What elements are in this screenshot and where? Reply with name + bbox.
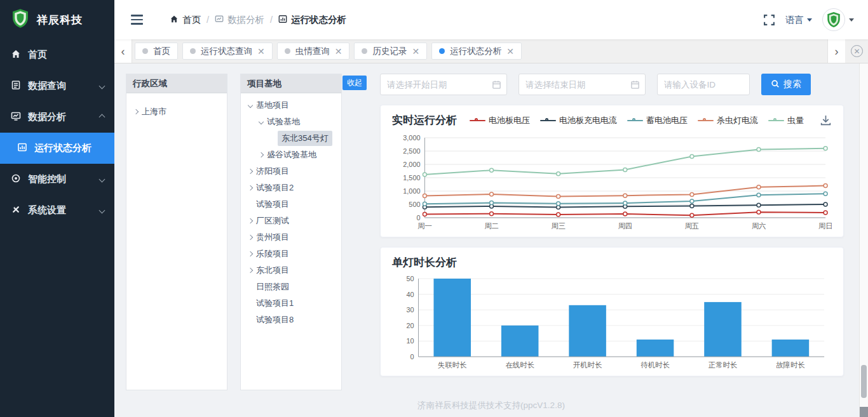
brand[interactable]: 祥辰科技 — [0, 0, 114, 39]
legend-marker-icon — [470, 117, 485, 124]
realtime-analysis-card: 实时运行分析 电池板电压电池板充电电流蓄电池电压杀虫灯电流虫量 05001,00… — [380, 105, 844, 237]
card-title: 实时运行分析 — [392, 113, 457, 128]
svg-text:500: 500 — [409, 201, 420, 208]
legend-item-蓄电池电压[interactable]: 蓄电池电压 — [627, 115, 688, 126]
tree-node-label: 东北项目 — [256, 265, 289, 276]
tab-close-icon[interactable]: ✕ — [506, 47, 514, 56]
tabs-close-all-icon[interactable]: ✕ — [851, 45, 863, 57]
svg-text:3,000: 3,000 — [403, 134, 420, 142]
tree-node-上海市[interactable]: 上海市 — [126, 103, 227, 120]
chevron-right-icon[interactable] — [248, 169, 253, 174]
tab-list: 首页运行状态查询✕虫情查询✕历史记录✕运行状态分析✕ — [135, 43, 522, 60]
legend-label: 电池板充电电流 — [559, 115, 617, 126]
sidebar-item-settings[interactable]: 系统设置 — [0, 195, 114, 226]
tree-node-盛谷试验基地[interactable]: 盛谷试验基地 — [241, 147, 341, 163]
sidebar-item-data-query[interactable]: 数据查询 — [0, 70, 114, 102]
chevron-right-icon[interactable] — [133, 109, 139, 114]
chevron-right-icon[interactable] — [248, 235, 253, 240]
footer-text: 济南祥辰科技提供技术支持(ppcV1.2.8) — [114, 394, 868, 417]
tree-node-试验项目8[interactable]: 试验项目8 — [241, 312, 341, 328]
breadcrumb-item-home[interactable]: 首页 — [170, 14, 201, 26]
tree-node-贵州项目[interactable]: 贵州项目 — [241, 229, 341, 246]
end-date-input[interactable] — [519, 74, 646, 95]
search-button[interactable]: 搜索 — [761, 74, 811, 95]
legend-item-电池板电压[interactable]: 电池板电压 — [470, 115, 530, 126]
card-title: 单灯时长分析 — [392, 255, 457, 270]
legend-item-电池板充电电流[interactable]: 电池板充电电流 — [540, 115, 617, 126]
chevron-up-icon — [99, 114, 105, 121]
sidebar-item-smart-control[interactable]: 智能控制 — [0, 164, 114, 195]
download-icon[interactable] — [820, 114, 832, 126]
start-date-input[interactable] — [380, 74, 507, 95]
project-tree: 基地项目试验基地东北354号灯盛谷试验基地济阳项目试验项目2试验项目厂区测试贵州… — [241, 93, 341, 332]
tab-运行状态查询[interactable]: 运行状态查询✕ — [182, 43, 273, 60]
tab-status-dot — [285, 48, 290, 54]
chevron-right-icon[interactable] — [259, 152, 264, 157]
sidebar-item-data-analysis[interactable]: 数据分析 — [0, 102, 114, 133]
chevron-down-icon[interactable] — [259, 119, 264, 124]
filter-bar: 搜索 — [380, 74, 844, 95]
tab-label: 运行状态分析 — [450, 46, 501, 57]
scrollbar-thumb[interactable] — [861, 365, 867, 398]
tree-node-乐陵项目[interactable]: 乐陵项目 — [241, 246, 341, 262]
tree-node-厂区测试[interactable]: 厂区测试 — [241, 213, 341, 229]
tree-node-基地项目[interactable]: 基地项目 — [241, 97, 341, 114]
sidebar-item-label: 首页 — [28, 49, 47, 61]
collapse-button[interactable]: 收起 — [342, 76, 367, 90]
tab-运行状态分析[interactable]: 运行状态分析✕ — [431, 43, 522, 60]
tree-node-试验项目1[interactable]: 试验项目1 — [241, 295, 341, 312]
brand-name: 祥辰科技 — [37, 13, 83, 27]
svg-text:故障时长: 故障时长 — [776, 361, 805, 369]
tab-close-icon[interactable]: ✕ — [335, 47, 342, 56]
tree-node-东北354号灯[interactable]: 东北354号灯 — [241, 130, 341, 147]
chevron-right-icon[interactable] — [248, 185, 253, 190]
tab-close-icon[interactable]: ✕ — [412, 47, 419, 56]
fullscreen-icon[interactable] — [763, 14, 775, 26]
device-id-input[interactable] — [657, 74, 750, 95]
sidebar-item-label: 数据查询 — [28, 80, 66, 92]
tree-node-东北项目[interactable]: 东北项目 — [241, 262, 341, 279]
tree-node-试验基地[interactable]: 试验基地 — [241, 114, 341, 130]
tab-status-dot — [190, 48, 196, 54]
chevron-down-icon[interactable] — [248, 103, 253, 108]
breadcrumb-item-data-analysis[interactable]: 数据分析 — [215, 14, 264, 26]
svg-text:2,500: 2,500 — [403, 147, 420, 155]
lamp-duration-bar-chart: 01020304050失联时长在线时长开机时长待机时长正常时长故障时长 — [392, 274, 832, 372]
tree-node-试验项目2[interactable]: 试验项目2 — [241, 180, 341, 196]
breadcrumb-item-runtime-analysis: 运行状态分析 — [278, 14, 346, 26]
vertical-scrollbar[interactable] — [859, 63, 868, 417]
tab-status-dot — [362, 48, 367, 54]
sidebar-item-home[interactable]: 首页 — [0, 39, 114, 70]
tree-node-日照茶园[interactable]: 日照茶园 — [241, 279, 341, 295]
svg-text:20: 20 — [407, 322, 414, 329]
legend-item-虫量[interactable]: 虫量 — [768, 115, 804, 126]
tree-node-试验项目[interactable]: 试验项目 — [241, 196, 341, 213]
tree-node-label: 试验项目 — [256, 199, 289, 210]
calendar-icon — [630, 80, 640, 92]
analysis-column: 搜索 实时运行分析 电池板电压电池板充电电流蓄电池电压杀虫灯电流虫量 05001 — [380, 74, 844, 390]
top-header: 首页 / 数据分析 / 运行状态分析 语言 — [114, 0, 868, 39]
tab-close-icon[interactable]: ✕ — [257, 47, 265, 56]
tab-虫情查询[interactable]: 虫情查询✕ — [277, 43, 350, 60]
chevron-right-icon[interactable] — [248, 268, 253, 273]
tabs-scroll-left-icon[interactable]: ‹ — [114, 39, 132, 63]
tab-历史记录[interactable]: 历史记录✕ — [354, 43, 427, 60]
monitor-chart-icon — [11, 111, 21, 123]
tabs-scroll-right-icon[interactable]: › — [827, 39, 845, 63]
hamburger-menu-icon[interactable] — [128, 12, 146, 27]
user-menu[interactable] — [822, 8, 854, 31]
chevron-right-icon[interactable] — [248, 218, 253, 223]
sidebar-item-runtime-analysis[interactable]: 运行状态分析 — [0, 133, 114, 164]
tab-首页[interactable]: 首页 — [135, 43, 178, 60]
control-dot-icon — [11, 173, 21, 185]
language-switcher[interactable]: 语言 — [785, 14, 812, 26]
tree-node-济阳项目[interactable]: 济阳项目 — [241, 163, 341, 180]
svg-text:周二: 周二 — [484, 222, 499, 230]
breadcrumb-separator: / — [207, 15, 209, 25]
legend-item-杀虫灯电流[interactable]: 杀虫灯电流 — [698, 115, 758, 126]
search-icon — [771, 79, 780, 90]
chevron-right-icon[interactable] — [248, 251, 253, 256]
tree-node-label: 试验项目8 — [256, 314, 294, 326]
svg-text:1,500: 1,500 — [403, 174, 420, 182]
line-chart-legend: 电池板电压电池板充电电流蓄电池电压杀虫灯电流虫量 — [470, 115, 804, 126]
